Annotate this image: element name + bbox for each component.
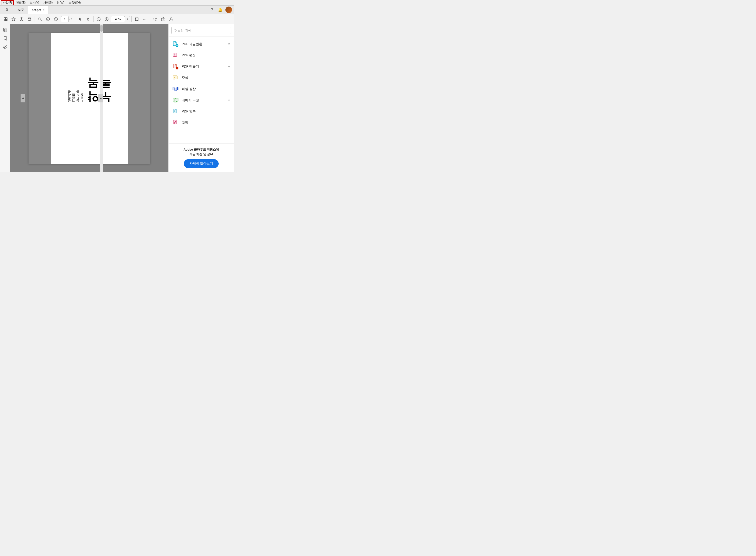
nav-next-arrow[interactable]: ▶ [98,94,103,102]
tab-close-button[interactable]: × [43,9,44,11]
pdf-convert-chevron: ∨ [228,42,230,46]
svg-point-8 [39,18,41,20]
svg-rect-1 [5,18,6,19]
more-options-button[interactable] [141,15,148,23]
tool-page-org[interactable]: 페이지 구성 ∨ [169,95,234,106]
select-tool-button[interactable] [76,15,84,23]
pdf-edit-label: PDF 편집 [182,53,230,58]
pdf-area: ◀ 음악이론기초편음악이론기초편 약 목누 록 ▶ [10,24,168,172]
main-area: ◀ 음악이론기초편음악이론기초편 약 목누 록 ▶ [0,24,234,172]
bell-icon[interactable]: 🔔 [217,6,224,13]
divider-1 [35,16,35,22]
annotation-label: 주석 [182,76,230,80]
menu-sign[interactable]: 서명(S) [41,0,55,5]
page-input-group: / 1 [60,16,73,22]
svg-rect-43 [175,88,177,91]
menu-bar: 파일(F) 편집(E) 보기(V) 서명(S) 창(W) 도움말(H) [0,0,234,6]
tab-tools[interactable]: 도구 [14,6,28,14]
upload-button[interactable] [18,15,25,23]
pdf-convert-icon [172,41,179,47]
svg-point-19 [143,19,144,20]
tool-pdf-edit[interactable]: PDF 편집 [169,50,234,61]
svg-rect-34 [174,53,177,56]
save-button[interactable] [2,15,9,23]
divider-5 [150,16,150,22]
link-button[interactable] [151,15,159,23]
share-button[interactable] [160,15,167,23]
avatar[interactable] [226,6,232,13]
pdf-left-sidebar-bar [29,33,51,164]
proofread-icon [172,119,179,126]
menu-file[interactable]: 파일(F) [1,0,14,5]
right-panel: PDF 파일변환 ∨ PDF 편집 PDF 만들기 ∨ [168,24,234,172]
pdf-create-chevron: ∨ [228,65,230,68]
next-page-button[interactable] [52,15,60,23]
toolbar: / 1 ▼ [0,14,234,24]
pdf-page: 음악이론기초편음악이론기초편 약 목누 록 [29,33,150,164]
menu-edit[interactable]: 편집(E) [14,0,27,5]
proofread-label: 교정 [182,120,230,125]
page-total: / 1 [69,18,72,21]
svg-line-9 [41,20,42,21]
prev-page-button[interactable] [44,15,52,23]
divider-4 [131,16,132,22]
right-panel-bottom: Adobe 클라우드 저장소에 파일 저장 및 공유 자세히 알아보기 [169,143,234,172]
help-icon[interactable]: ? [209,6,215,13]
tool-pdf-create[interactable]: PDF 만들기 ∨ [169,61,234,72]
pdf-edit-icon [172,52,179,59]
sidebar-pages-icon[interactable] [1,26,9,34]
pdf-compress-label: PDF 압축 [182,109,230,114]
zoom-in-button[interactable] [103,15,110,23]
pdf-convert-label: PDF 파일변환 [182,42,225,46]
menu-help[interactable]: 도움말(H) [67,0,83,5]
tab-bar: 홈 도구 pdf.pdf × ? 🔔 [0,6,234,14]
divider-3 [93,16,94,22]
tool-pdf-convert[interactable]: PDF 파일변환 ∨ [169,39,234,50]
hand-tool-button[interactable] [84,15,92,23]
tool-combine[interactable]: 파일 결합 [169,83,234,95]
sidebar-bookmarks-icon[interactable] [1,35,9,42]
menu-view[interactable]: 보기(V) [28,0,41,5]
svg-point-10 [46,18,49,21]
tool-annotation[interactable]: 주석 [169,72,234,83]
page-org-icon [172,97,179,104]
svg-point-7 [30,19,31,20]
zoom-dropdown-button[interactable]: ▼ [125,16,130,22]
tab-file-label: pdf.pdf [32,8,41,12]
menu-window[interactable]: 창(W) [55,0,66,5]
print-button[interactable] [26,15,33,23]
pdf-scroll-area[interactable]: 음악이론기초편음악이론기초편 약 목누 록 [10,24,168,172]
zoom-out-button[interactable] [95,15,102,23]
tools-search-input[interactable] [171,27,231,34]
learn-more-button[interactable]: 자세히 알아보기 [184,159,219,168]
svg-rect-47 [176,98,178,101]
nav-prev-arrow[interactable]: ◀ [21,94,25,102]
zoom-input[interactable] [111,16,125,22]
zoom-group: ▼ [111,16,130,22]
fit-page-button[interactable] [133,15,141,23]
user-button[interactable] [167,15,175,23]
sidebar-attachments-icon[interactable] [1,43,9,50]
tab-file[interactable]: pdf.pdf × [28,6,48,14]
tab-home[interactable]: 홈 [0,6,14,14]
left-sidebar [0,24,10,172]
pdf-right-sidebar-bar [128,33,150,164]
right-panel-search-area [169,24,234,37]
pdf-small-text-top: 음악이론기초편음악이론기초편 [67,92,84,104]
bookmark-button[interactable] [10,15,17,23]
combine-label: 파일 결합 [182,87,230,91]
page-org-chevron: ∨ [228,99,230,102]
tool-proofread[interactable]: 교정 [169,117,234,128]
divider-2 [75,16,75,22]
pdf-content-area: 음악이론기초편음악이론기초편 약 목누 록 [51,33,128,164]
tool-pdf-compress[interactable]: PDF 압축 [169,106,234,117]
page-org-label: 페이지 구성 [182,98,225,102]
page-number-input[interactable] [61,16,69,22]
svg-marker-3 [12,18,15,21]
svg-rect-30 [4,29,7,32]
zoom-search-button[interactable] [36,15,44,23]
svg-marker-12 [79,18,81,21]
svg-point-20 [144,19,145,20]
svg-point-11 [54,18,58,21]
svg-rect-6 [29,20,30,21]
